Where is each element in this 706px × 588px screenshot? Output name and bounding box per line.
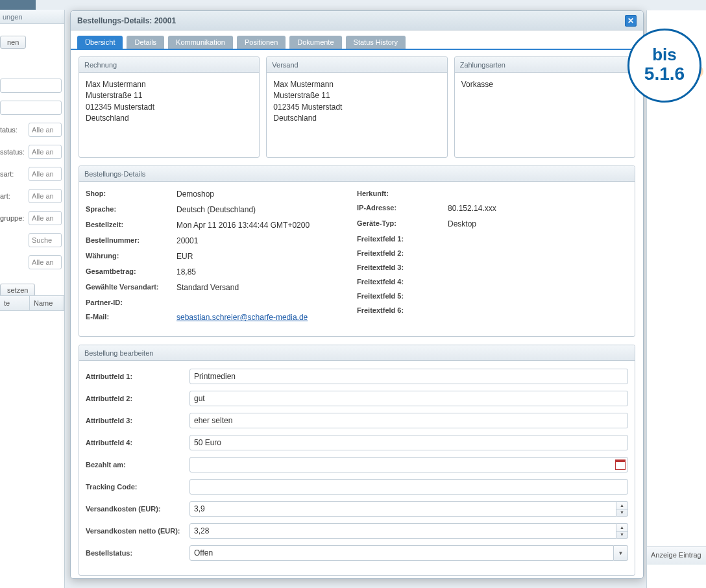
calendar-icon[interactable] bbox=[615, 459, 626, 470]
tab-uebersicht[interactable]: Übersicht bbox=[77, 36, 123, 49]
filter-art[interactable]: Alle an bbox=[29, 189, 62, 203]
versand-country: Deutschland bbox=[273, 113, 440, 124]
rechnung-city: 012345 Musterstadt bbox=[86, 102, 252, 113]
filter-sstatus[interactable]: Alle an bbox=[29, 145, 62, 159]
lbl-tatus: tatus: bbox=[0, 126, 29, 134]
panel-zahlung-h: Zahlungsarten bbox=[455, 57, 635, 73]
v-geraet: Desktop bbox=[448, 219, 628, 228]
btn-setzen[interactable]: setzen bbox=[0, 284, 35, 297]
v-waehrung: EUR bbox=[176, 252, 357, 261]
grid-h-name[interactable]: Name bbox=[30, 296, 64, 310]
input-attr1[interactable] bbox=[189, 369, 628, 384]
top-dark-bar bbox=[0, 0, 36, 10]
spinner-vkn[interactable]: ▲▼ bbox=[616, 523, 628, 539]
tab-bar: Übersicht Details Kommunikation Position… bbox=[71, 31, 643, 50]
v-shop: Demoshop bbox=[176, 190, 357, 199]
filter-sart[interactable]: Alle an bbox=[29, 167, 62, 181]
select-status[interactable] bbox=[189, 545, 614, 561]
chevron-up-icon: ▲ bbox=[616, 524, 627, 532]
lbl-art: art: bbox=[0, 192, 29, 200]
chevron-down-icon: ▼ bbox=[616, 509, 627, 517]
filter-empty-2[interactable] bbox=[0, 101, 62, 115]
input-vk[interactable] bbox=[189, 501, 616, 517]
left-sidebar: ungen nen tatus: Alle an sstatus: Alle a… bbox=[0, 10, 65, 588]
btn-nen[interactable]: nen bbox=[0, 36, 26, 49]
chevron-down-icon[interactable]: ▼ bbox=[614, 545, 628, 561]
tab-details[interactable]: Details bbox=[127, 36, 164, 49]
grid-header: te Name bbox=[0, 295, 64, 311]
tab-kommunikation[interactable]: Kommunikation bbox=[168, 36, 233, 49]
lbl-sstatus: sstatus: bbox=[0, 148, 29, 156]
section-edit-h: Bestellung bearbeiten bbox=[79, 345, 635, 361]
left-header: ungen bbox=[0, 10, 64, 24]
filter-empty-1[interactable] bbox=[0, 79, 62, 93]
spinner-vk[interactable]: ▲▼ bbox=[616, 501, 628, 517]
v-sprache: Deutsch (Deutschland) bbox=[176, 205, 357, 214]
versand-city: 012345 Musterstadt bbox=[273, 102, 440, 113]
lbl-sart: sart: bbox=[0, 170, 29, 178]
v-betrag: 18,85 bbox=[176, 267, 357, 276]
input-bezahlt[interactable] bbox=[189, 457, 628, 472]
zahlung-val: Vorkasse bbox=[461, 79, 628, 90]
panel-versand: Versand Max Mustermann Musterstraße 11 0… bbox=[266, 56, 447, 158]
filter-alle[interactable]: Alle an bbox=[29, 255, 62, 269]
dialog-title: Bestellungs-Details: 20001 bbox=[77, 11, 176, 31]
panel-rechnung: Rechnung Max Mustermann Musterstraße 11 … bbox=[79, 56, 260, 158]
rechnung-name: Max Mustermann bbox=[86, 79, 252, 90]
tab-positionen[interactable]: Positionen bbox=[237, 36, 286, 49]
tab-dokumente[interactable]: Dokumente bbox=[289, 36, 341, 49]
chevron-up-icon: ▲ bbox=[616, 502, 627, 509]
rechnung-street: Musterstraße 11 bbox=[86, 90, 252, 101]
section-details-h: Bestellungs-Details bbox=[79, 166, 635, 182]
right-footer: Anzeige Eintrag bbox=[647, 546, 706, 565]
rechnung-country: Deutschland bbox=[86, 113, 252, 124]
input-tracking[interactable] bbox=[189, 479, 628, 495]
chevron-down-icon: ▼ bbox=[616, 532, 627, 539]
v-versandart: Standard Versand bbox=[176, 283, 357, 292]
v-email[interactable]: sebastian.schreier@scharfe-media.de bbox=[176, 313, 308, 322]
section-details: Bestellungs-Details Shop:Demoshop Sprach… bbox=[79, 165, 635, 337]
badge-l1: bis bbox=[652, 46, 677, 63]
tab-status-history[interactable]: Status History bbox=[346, 36, 406, 49]
version-badge: bis 5.1.6 bbox=[627, 29, 701, 103]
input-attr4[interactable] bbox=[189, 435, 628, 450]
panel-zahlung: Zahlungsarten Vorkasse bbox=[454, 56, 635, 158]
input-attr3[interactable] bbox=[189, 413, 628, 428]
v-bestellzeit: Mon Apr 11 2016 13:44:44 GMT+0200 bbox=[176, 221, 357, 230]
versand-name: Max Mustermann bbox=[273, 79, 440, 90]
panel-versand-h: Versand bbox=[267, 57, 446, 73]
badge-l2: 5.1.6 bbox=[644, 63, 685, 85]
lbl-gruppe: gruppe: bbox=[0, 214, 29, 222]
section-edit: Bestellung bearbeiten Attributfeld 1: At… bbox=[79, 345, 635, 576]
panel-rechnung-h: Rechnung bbox=[79, 57, 259, 73]
order-details-dialog: Bestellungs-Details: 20001 ✕ Übersicht D… bbox=[70, 10, 644, 579]
grid-h-te[interactable]: te bbox=[0, 296, 30, 310]
v-bestellnr: 20001 bbox=[176, 236, 357, 245]
filter-suche[interactable]: Suche bbox=[29, 233, 62, 247]
filter-tatus[interactable]: Alle an bbox=[29, 123, 62, 137]
v-ip: 80.152.14.xxx bbox=[448, 204, 628, 213]
close-icon[interactable]: ✕ bbox=[625, 15, 637, 27]
versand-street: Musterstraße 11 bbox=[273, 90, 440, 101]
input-vkn[interactable] bbox=[189, 523, 616, 539]
filter-gruppe[interactable]: Alle an bbox=[29, 211, 62, 225]
input-attr2[interactable] bbox=[189, 391, 628, 406]
